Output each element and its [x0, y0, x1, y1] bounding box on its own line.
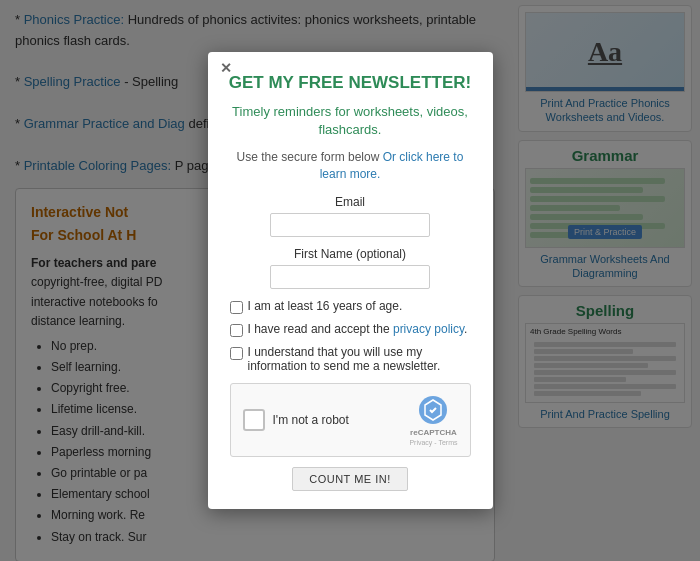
recaptcha-checkbox[interactable] [243, 409, 265, 431]
newsletter-checkbox-group: I understand that you will use my inform… [226, 345, 475, 373]
recaptcha-label: I'm not a robot [273, 413, 349, 427]
firstname-label: First Name (optional) [226, 247, 475, 261]
newsletter-modal: ✕ GET MY FREE NEWSLETTER! Timely reminde… [208, 52, 493, 508]
recaptcha-logo-icon [417, 394, 449, 426]
submit-button[interactable]: COUNT ME IN! [292, 467, 408, 491]
modal-secure-text: Use the secure form below Or click here … [226, 149, 475, 183]
newsletter-checkbox[interactable] [230, 347, 243, 360]
modal-title: GET MY FREE NEWSLETTER! [226, 72, 475, 94]
recaptcha-left: I'm not a robot [243, 409, 349, 431]
modal-close-button[interactable]: ✕ [220, 60, 232, 76]
firstname-input[interactable] [270, 265, 430, 289]
age-checkbox-label: I am at least 16 years of age. [248, 299, 403, 313]
age-checkbox-group: I am at least 16 years of age. [226, 299, 475, 314]
privacy-checkbox-label: I have read and accept the privacy polic… [248, 322, 468, 336]
modal-subtitle: Timely reminders for worksheets, videos,… [226, 103, 475, 139]
email-input[interactable] [270, 213, 430, 237]
email-group: Email [226, 195, 475, 237]
privacy-checkbox[interactable] [230, 324, 243, 337]
recaptcha-brand-label: reCAPTCHA [410, 428, 457, 437]
firstname-group: First Name (optional) [226, 247, 475, 289]
modal-overlay: ✕ GET MY FREE NEWSLETTER! Timely reminde… [0, 0, 700, 561]
recaptcha-right: reCAPTCHA Privacy - Terms [409, 394, 457, 446]
recaptcha-widget[interactable]: I'm not a robot reCAPTCHA Privacy - Term… [230, 383, 471, 457]
newsletter-checkbox-label: I understand that you will use my inform… [248, 345, 471, 373]
email-label: Email [226, 195, 475, 209]
age-checkbox[interactable] [230, 301, 243, 314]
privacy-checkbox-group: I have read and accept the privacy polic… [226, 322, 475, 337]
privacy-policy-link[interactable]: privacy policy [393, 322, 464, 336]
recaptcha-terms-label: Privacy - Terms [409, 439, 457, 446]
